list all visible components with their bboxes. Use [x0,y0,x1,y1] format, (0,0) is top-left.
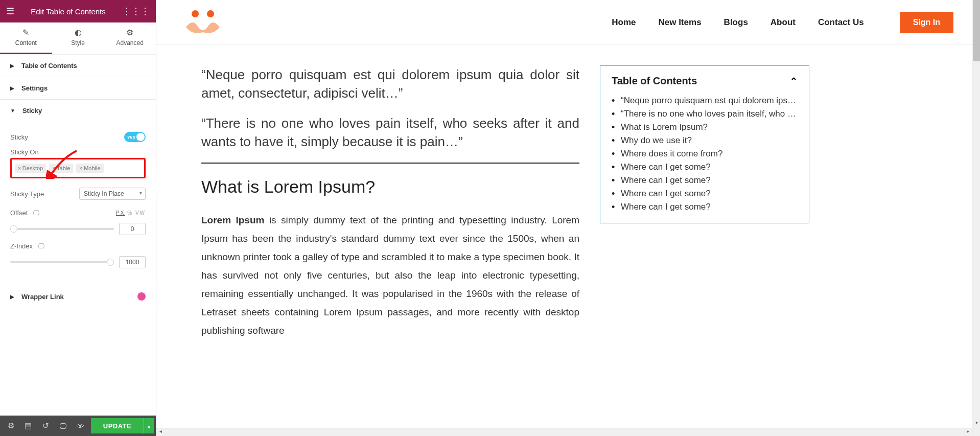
toc-item[interactable]: Where can I get some? [612,160,798,174]
toc-item[interactable]: Where does it come from? [612,147,798,160]
editor-tabs: ✎ Content ◐ Style ⚙ Advanced [0,22,156,55]
offset-units: PX % VW [116,210,146,216]
slider-handle[interactable] [10,225,17,233]
sticky-type-label: Sticky Type [10,190,44,198]
menu-icon[interactable]: ☰ [6,6,14,17]
desktop-icon[interactable]: 🖵 [38,242,44,250]
caret-down-icon: ▼ [10,108,15,113]
toc-list: “Neque porro quisquam est qui dolorem ip… [612,94,798,214]
quote-2: “There is no one who loves pain itself, … [201,114,579,151]
nav-about[interactable]: About [771,17,796,28]
signin-button[interactable]: Sign In [900,12,953,33]
section-title: Settings [21,84,48,92]
section-toggle-toc[interactable]: ▶ Table of Contents [0,55,156,77]
quote-1: “Neque porro quisquam est qui dolorem ip… [201,65,579,103]
device-tag-table[interactable]: ×Table [49,164,73,173]
caret-right-icon: ▶ [10,63,14,68]
section-toggle-sticky[interactable]: ▼ Sticky [0,100,156,122]
section-toggle-wrapper-link[interactable]: ▶ Wrapper Link [0,285,156,308]
sticky-type-select[interactable]: Sticky In Place [79,188,146,200]
caret-right-icon: ▶ [10,85,14,91]
tab-style[interactable]: ◐ Style [52,22,104,54]
remove-tag-icon[interactable]: × [18,166,21,171]
nav-blogs[interactable]: Blogs [724,17,748,28]
toggle-text: YES [127,135,135,140]
preview-icon[interactable]: 👁 [72,416,89,436]
section-title: Table of Contents [21,62,77,70]
section-title: Sticky [22,107,42,114]
tab-label: Content [15,39,37,47]
toc-item[interactable]: Where can I get some? [612,174,798,187]
caret-right-icon: ▶ [10,294,14,300]
toc-item[interactable]: Where can I get some? [612,187,798,200]
slider-handle[interactable] [107,259,114,266]
scroll-left-icon[interactable]: ◂ [156,428,165,436]
article: “Neque porro quisquam est qui dolorem ip… [201,65,579,340]
remove-tag-icon[interactable]: × [52,166,55,171]
history-icon[interactable]: ↺ [37,416,54,436]
body-text: is simply dummy text of the printing and… [201,215,579,336]
toc-title: Table of Contents [612,75,697,87]
section-title: Wrapper Link [21,293,64,301]
device-tag-desktop[interactable]: ×Desktop [15,164,46,173]
sticky-body: Sticky YES Sticky On ×Desktop ×Table ×Mo… [0,122,156,285]
toc-item[interactable]: What is Lorem Ipsum? [612,121,798,134]
tab-content[interactable]: ✎ Content [0,22,52,54]
tab-advanced[interactable]: ⚙ Advanced [104,22,156,54]
sticky-label: Sticky [10,133,28,141]
zindex-input[interactable] [119,256,146,268]
scroll-thumb[interactable] [973,0,980,61]
offset-slider-row [10,223,146,235]
site-logo[interactable] [183,9,223,36]
offset-input[interactable] [119,223,146,235]
panel-body: ▶ Table of Contents ▶ Settings ▼ Sticky … [0,55,156,416]
toc-item[interactable]: “There is no one who loves pain itself, … [612,107,798,121]
nav-home[interactable]: Home [612,17,636,28]
chevron-up-icon[interactable]: ⌃ [790,76,798,87]
section-table-of-contents: ▶ Table of Contents [0,55,156,77]
row-zindex: Z-Index 🖵 [10,242,146,250]
tab-label: Style [71,39,85,47]
offset-label: Offset 🖵 [10,209,39,217]
section-settings: ▶ Settings [0,77,156,100]
nav-new-items[interactable]: New Items [659,17,702,28]
unit-pct[interactable]: % [127,210,133,216]
remove-tag-icon[interactable]: × [79,166,82,171]
vertical-scrollbar[interactable]: ▴ ▾ [972,0,980,436]
unit-vw[interactable]: VW [135,210,146,216]
toc-item[interactable]: “Neque porro quisquam est qui dolorem ip… [612,94,798,107]
toc-widget[interactable]: Table of Contents ⌃ “Neque porro quisqua… [600,65,809,223]
offset-slider[interactable] [10,228,114,230]
desktop-icon[interactable]: 🖵 [33,209,39,217]
update-button[interactable]: UPDATE [91,418,144,433]
horizontal-scrollbar[interactable]: ◂ ▸ [156,428,972,436]
nav-contact[interactable]: Contact Us [818,17,864,28]
pencil-icon: ✎ [0,28,52,37]
main-nav: Home New Items Blogs About Contact Us [612,17,864,28]
toc-item[interactable]: Why do we use it? [612,134,798,147]
scroll-right-icon[interactable]: ▸ [964,428,972,436]
row-sticky-toggle: Sticky YES [10,132,146,142]
sticky-on-label: Sticky On [10,148,39,156]
preview-area: Home New Items Blogs About Contact Us Si… [156,0,980,436]
svg-point-0 [192,10,199,17]
preview-page: Home New Items Blogs About Contact Us Si… [156,0,980,436]
apps-grid-icon[interactable]: ⋮⋮⋮ [122,6,150,17]
responsive-icon[interactable]: 🖵 [54,416,72,436]
sticky-on-devices[interactable]: ×Desktop ×Table ×Mobile [10,158,146,178]
update-dropdown[interactable]: ▴ [144,418,154,433]
zindex-slider-row [10,256,146,268]
scroll-down-icon[interactable]: ▾ [972,420,980,428]
settings-icon[interactable]: ⚙ [2,416,19,436]
gear-icon: ⚙ [104,28,156,37]
section-toggle-settings[interactable]: ▶ Settings [0,77,156,99]
section-wrapper-link: ▶ Wrapper Link [0,285,156,308]
unit-px[interactable]: PX [116,210,125,216]
sticky-toggle[interactable]: YES [124,132,146,142]
navigator-icon[interactable]: ▤ [19,416,37,436]
heading-what-is-lorem: What is Lorem Ipsum? [201,177,579,197]
zindex-slider[interactable] [10,261,114,263]
toc-item[interactable]: Where can I get some? [612,200,798,214]
row-sticky-type: Sticky Type Sticky In Place [10,188,146,200]
device-tag-mobile[interactable]: ×Mobile [76,164,103,173]
